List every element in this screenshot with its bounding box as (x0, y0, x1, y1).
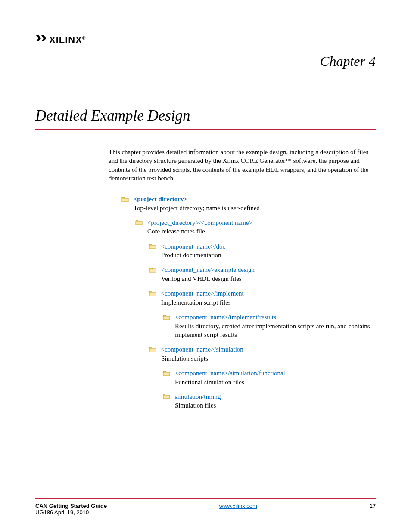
logo-mark-icon (35, 34, 47, 46)
tree-link-implement[interactable]: <component_name>/implement (161, 290, 244, 297)
logo-section: XILINX® (35, 34, 376, 46)
tree-desc: Simulation files (175, 401, 376, 410)
tree-desc: Results directory, created after impleme… (175, 322, 376, 339)
folder-icon (149, 243, 157, 251)
tree-item-example: <component_name>example design Verilog a… (149, 266, 376, 283)
tree-item-implement: <component_name>/implement Implementatio… (149, 290, 376, 307)
folder-icon (163, 370, 171, 378)
chapter-label: Chapter 4 (35, 53, 376, 69)
folder-icon (149, 267, 157, 274)
tree-desc: Product documentation (161, 251, 376, 259)
footer-title: CAN Getting Started Guide (35, 503, 107, 509)
tree-link-example[interactable]: <component_name>example design (161, 266, 255, 273)
tree-link-simulation[interactable]: <component_name>/simulation (161, 346, 243, 353)
footer-url-link[interactable]: www.xilinx.com (219, 503, 257, 509)
tree-item-functional: <component_name>/simulation/functional F… (163, 370, 376, 386)
footer-left: CAN Getting Started Guide UG186 April 19… (35, 503, 107, 516)
tree-desc: Top-level project directory; name is use… (134, 204, 376, 212)
chapter-title: Detailed Example Design (35, 107, 376, 130)
folder-icon (121, 196, 129, 204)
footer-sub: UG186 April 19, 2010 (35, 509, 107, 516)
tree-item-results: <component_name>/implement/results Resul… (163, 314, 376, 339)
tree-desc: Verilog and VHDL design files (161, 274, 376, 283)
tree-item-root: <project directory> Top-level project di… (121, 196, 376, 212)
xilinx-logo: XILINX® (35, 34, 376, 46)
tree-link-root[interactable]: <project directory> (134, 196, 187, 202)
tree-link-timing[interactable]: simulation/timing (175, 393, 221, 400)
logo-text: XILINX® (49, 34, 86, 46)
folder-icon (149, 290, 157, 298)
folder-icon (163, 393, 171, 401)
tree-link-component[interactable]: <project_directory>/<component name> (147, 219, 252, 226)
intro-paragraph: This chapter provides detailed informati… (109, 148, 376, 183)
folder-icon (163, 314, 171, 322)
tree-item-simulation: <component_name>/simulation Simulation s… (149, 346, 376, 363)
tree-desc: Simulation scripts (161, 354, 376, 363)
tree-desc: Core release notes file (147, 227, 376, 236)
footer-page-number: 17 (370, 503, 376, 509)
folder-icon (149, 346, 157, 354)
directory-tree: <project directory> Top-level project di… (121, 196, 376, 410)
tree-link-results[interactable]: <component_name>/implement/results (175, 314, 276, 320)
tree-link-functional[interactable]: <component_name>/simulation/functional (175, 370, 285, 376)
tree-item-doc: <component_name>/doc Product documentati… (149, 243, 376, 260)
tree-link-doc[interactable]: <component_name>/doc (161, 243, 225, 250)
folder-icon (135, 219, 143, 227)
tree-item-component: <project_directory>/<component name> Cor… (135, 219, 376, 236)
page-footer: CAN Getting Started Guide UG186 April 19… (35, 498, 376, 516)
tree-item-timing: simulation/timing Simulation files (163, 393, 376, 410)
tree-desc: Functional simulation files (175, 378, 376, 386)
tree-desc: Implementation script files (161, 298, 376, 307)
